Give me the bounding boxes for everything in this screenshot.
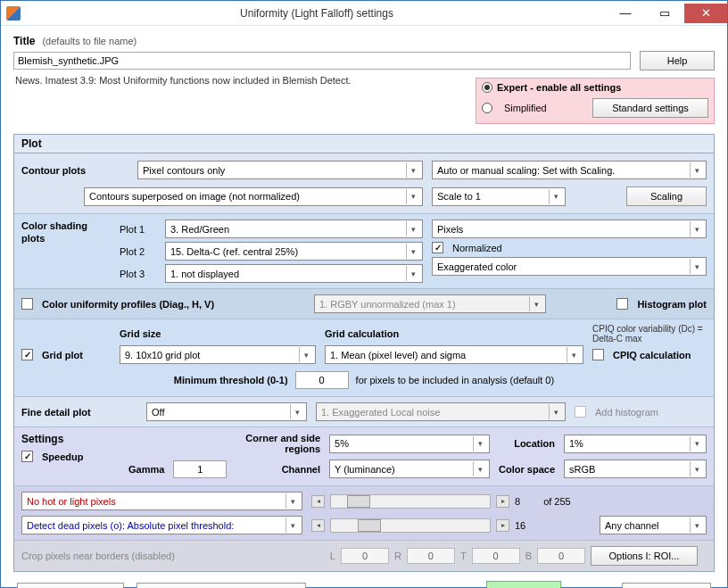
dead-pixels-row: Detect dead pixels (o): Absolute pixel t… [14,512,714,540]
crop-row: Crop pixels near borders (disabled) L R … [14,540,714,571]
chevron-down-icon: ▾ [290,404,303,419]
min-threshold-input[interactable] [295,371,349,389]
chevron-down-icon: ▾ [690,436,703,451]
chevron-down-icon: ▾ [406,221,419,236]
chevron-down-icon: ▾ [690,461,703,476]
slider-thumb[interactable] [358,519,381,532]
slider-right-button[interactable]: ▸ [496,519,509,532]
chevron-down-icon: ▾ [285,518,299,533]
cpiq-note: CPIQ color variability (Dc) = Delta-C ma… [592,324,707,344]
radio-expert[interactable] [482,82,492,93]
options-roi-button[interactable]: Options I: ROI... [591,546,698,566]
maximize-button[interactable]: ▭ [645,4,684,23]
crop-l-input [341,548,389,564]
chevron-down-icon: ▾ [406,266,419,281]
content: Title (defaults to file name) Help News.… [1,26,727,588]
location-label: Location [499,438,555,449]
plot-header: Plot [14,135,714,153]
chevron-down-icon: ▾ [406,244,419,259]
title-input[interactable] [13,52,631,70]
slider-left-button[interactable]: ◂ [311,519,325,532]
speedup-label: Speedup [42,451,83,462]
channel-label: Channel [244,464,320,475]
histogram-label: Histogram plot [637,299,707,310]
standard-settings-button[interactable]: Standard settings [592,98,708,118]
ok-button[interactable]: OK [486,581,561,588]
hot-pixels-select[interactable]: No hot or light pixels▾ [21,492,302,510]
exaggerated-color-select[interactable]: Exaggerated color▾ [432,257,707,276]
color-uniformity-checkbox[interactable] [21,298,33,310]
radio-simplified[interactable] [482,103,492,113]
slider-left-button[interactable]: ◂ [311,495,325,508]
contour-row2: Contours superposed on image (not normal… [14,183,714,213]
grid-plot-label: Grid plot [42,350,83,360]
plot3-select[interactable]: 1. not displayed▾ [165,264,423,283]
title-input-row: Help [13,51,715,70]
contour-select-1[interactable]: Pixel contours only▾ [137,161,423,179]
plot3-label: Plot 3 [120,269,160,279]
fine-detail-select-2: 1. Exaggerated Local noise▾ [316,402,566,421]
plot1-select[interactable]: 3. Red/Green▾ [165,219,423,238]
location-select[interactable]: 1%▾ [564,435,707,453]
chevron-down-icon: ▾ [473,436,486,451]
contour-label: Contour plots [21,165,128,176]
cpiq-checkbox[interactable] [592,349,604,360]
plot2-select[interactable]: 15. Delta-C (ref. central 25%)▾ [165,242,423,261]
chevron-down-icon: ▾ [690,259,703,274]
rgby-select: 1. RGBY unnormalized (max 1)▾ [314,294,546,313]
fine-detail-select-1[interactable]: Off▾ [146,402,307,421]
bottom-bar: Help Master Uniformity-Interactive OK Ca… [13,572,715,588]
plot1-label: Plot 1 [120,224,160,235]
gamma-input[interactable] [173,460,227,478]
grid-size-select[interactable]: 9. 10x10 grid plot▾ [120,345,316,364]
cancel-button[interactable]: Cancel [622,583,711,588]
color-shading-label: Color shading plots [21,219,111,245]
expert-box: Expert - enable all settings Simplified … [476,78,715,124]
contour-row1: Contour plots Pixel contours only▾ Auto … [14,153,714,183]
corner-regions-label: Corner and side regions [244,433,320,454]
chevron-down-icon: ▾ [690,518,703,533]
corner-regions-select[interactable]: 5%▾ [329,435,490,453]
help-master-button[interactable]: Help Master [17,583,124,588]
chevron-down-icon: ▾ [690,221,703,236]
dead-slider[interactable] [330,518,491,533]
chevron-down-icon: ▾ [567,347,580,362]
channel-select[interactable]: Y (luminance)▾ [329,460,490,478]
colorspace-select[interactable]: sRGB▾ [564,460,707,478]
grid-calc-header: Grid calculation [325,328,583,339]
uniformity-interactive-button[interactable]: Uniformity-Interactive [136,583,306,588]
chevron-down-icon: ▾ [406,189,419,204]
scale-to-select[interactable]: Scale to 1▾ [432,187,566,206]
scaling-button[interactable]: Scaling [626,186,707,206]
slider-right-button[interactable]: ▸ [496,495,509,508]
minimize-button[interactable]: — [606,4,645,23]
hot-pixels-row: No hot or light pixels▾ ◂ ▸ 8 of 255 [14,485,714,512]
grid-calc-select[interactable]: 1. Mean (pixel level) and sigma▾ [325,345,583,364]
scaling-mode-select[interactable]: Auto or manual scaling: Set with Scaling… [432,161,707,179]
normalized-checkbox[interactable] [432,242,443,253]
grid-plot-checkbox[interactable] [21,349,33,360]
speedup-checkbox[interactable] [21,451,33,462]
close-button[interactable]: ✕ [684,4,727,23]
app-icon [6,6,21,21]
slider-thumb[interactable] [347,495,370,508]
gamma-label: Gamma [128,464,164,475]
chevron-down-icon: ▾ [529,296,542,311]
histogram-checkbox[interactable] [616,298,628,310]
min-threshold-label: Minimum threshold (0-1) [174,375,288,385]
chevron-down-icon: ▾ [690,162,703,178]
color-shading-row: Color shading plots Plot 1 3. Red/Green▾… [14,213,714,288]
crop-label: Crop pixels near borders (disabled) [21,551,325,561]
plot2-label: Plot 2 [120,246,160,257]
hot-slider[interactable] [330,494,491,509]
help-button[interactable]: Help [640,51,715,70]
cpiq-label: CPIQ calculation [613,350,691,360]
chevron-down-icon: ▾ [285,493,299,509]
dead-pixels-select[interactable]: Detect dead pixels (o): Absolute pixel t… [21,516,302,534]
any-channel-select[interactable]: Any channel▾ [600,516,707,534]
grid-row3: Minimum threshold (0-1) for pixels to be… [14,368,714,396]
color-uniformity-label: Color uniformity profiles (Diag., H, V) [42,299,214,310]
contour-select-2[interactable]: Contours superposed on image (not normal… [84,187,423,206]
chevron-down-icon: ▾ [473,461,486,476]
pixels-select[interactable]: Pixels▾ [432,219,707,238]
